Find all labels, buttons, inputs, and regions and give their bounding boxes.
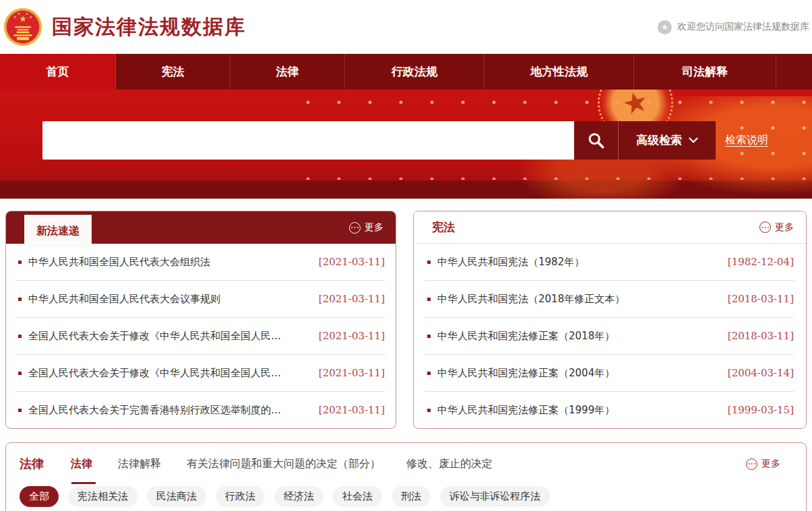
more-label: 更多 — [775, 222, 794, 234]
constitution-panel: 宪法 ⋯ 更多 中华人民共和国宪法（1982年） [1982-12-04] 中华… — [413, 211, 807, 429]
bullet-icon — [427, 298, 431, 301]
law-filters: 全部 宪法相关法 民法商法 行政法 经济法 社会法 刑法 诉讼与非诉讼程序法 — [6, 485, 806, 507]
filter-chip-constitution-related[interactable]: 宪法相关法 — [68, 486, 137, 507]
law-panel: 法律 法律 法律解释 有关法律问题和重大问题的决定（部分） 修改、废止的决定 ⋯… — [5, 442, 807, 511]
law-title-link[interactable]: 中华人民共和国宪法修正案（2018年） — [437, 330, 720, 343]
law-date: [2021-03-11] — [319, 256, 385, 268]
list-item[interactable]: 中华人民共和国宪法修正案（2018年） [2018-03-11] — [426, 318, 794, 355]
search-input[interactable] — [42, 121, 574, 160]
law-title-link[interactable]: 全国人民代表大会关于修改《中华人民共和国全国人民… — [28, 367, 311, 380]
list-item[interactable]: 中华人民共和国宪法（2018年修正文本） [2018-03-11] — [426, 281, 794, 318]
law-title-link[interactable]: 全国人民代表大会关于修改《中华人民共和国全国人民… — [28, 330, 311, 343]
list-item[interactable]: 中华人民共和国宪法修正案（1999年） [1999-03-15] — [426, 392, 794, 429]
list-item[interactable]: 中华人民共和国宪法修正案（2004年） [2004-03-14] — [426, 355, 794, 392]
law-title-link[interactable]: 中华人民共和国全国人民代表大会组织法 — [28, 256, 311, 269]
law-title-link[interactable]: 中华人民共和国宪法（1982年） — [437, 256, 720, 269]
tab-law-interpretations[interactable]: 法律解释 — [118, 443, 161, 485]
welcome-area: ★ 欢迎您访问国家法律法规数据库 — [658, 20, 812, 34]
law-date: [2004-03-14] — [728, 367, 794, 379]
law-title-link[interactable]: 中华人民共和国宪法（2018年修正文本） — [437, 293, 720, 306]
law-tabs: 法律 法律解释 有关法律问题和重大问题的决定（部分） 修改、废止的决定 — [71, 443, 493, 485]
filter-chip-social[interactable]: 社会法 — [333, 486, 382, 507]
welcome-message: 欢迎您访问国家法律法规数据库 — [677, 21, 809, 33]
law-date: [2021-03-11] — [319, 367, 385, 379]
star-icon: ★ — [658, 20, 672, 34]
filter-chip-administrative[interactable]: 行政法 — [216, 486, 265, 507]
bullet-icon — [18, 372, 22, 375]
filter-chip-all[interactable]: 全部 — [20, 486, 59, 507]
filter-chip-procedural[interactable]: 诉讼与非诉讼程序法 — [440, 486, 550, 507]
search-help-link[interactable]: 检索说明 — [725, 133, 768, 147]
bullet-icon — [427, 261, 431, 264]
tab-laws[interactable]: 法律 — [71, 443, 92, 485]
law-panel-header: 法律 法律 法律解释 有关法律问题和重大问题的决定（部分） 修改、废止的决定 ⋯… — [6, 443, 806, 485]
law-panel-title: 法律 — [20, 456, 44, 472]
list-item[interactable]: 全国人民代表大会关于修改《中华人民共和国全国人民… [2021-03-11] — [17, 318, 385, 355]
star-icon: ★ — [620, 90, 652, 120]
nav-item-laws[interactable]: 法律 — [230, 54, 345, 90]
more-icon: ⋯ — [349, 222, 361, 234]
constitution-list: 中华人民共和国宪法（1982年） [1982-12-04] 中华人民共和国宪法（… — [414, 244, 806, 429]
hero-banner: ★ 高级检索 检索说明 — [0, 90, 812, 199]
law-title-link[interactable]: 中华人民共和国全国人民代表大会议事规则 — [28, 293, 311, 306]
law-date: [2021-03-11] — [319, 330, 385, 342]
law-title-link[interactable]: 中华人民共和国宪法修正案（1999年） — [437, 404, 720, 417]
law-date: [2018-03-11] — [728, 293, 794, 305]
nav-item-home[interactable]: 首页 — [0, 54, 116, 90]
tab-law-decisions[interactable]: 有关法律问题和重大问题的决定（部分） — [187, 443, 381, 485]
constitution-panel-title: 宪法 — [432, 219, 455, 235]
chevron-down-icon — [689, 137, 698, 143]
constitution-more-button[interactable]: ⋯ 更多 — [759, 222, 806, 234]
filter-chip-civil-commercial[interactable]: 民法商法 — [147, 486, 206, 507]
national-emblem-logo[interactable] — [3, 7, 42, 46]
advanced-search-label: 高级检索 — [636, 133, 682, 148]
bullet-icon — [427, 409, 431, 412]
more-icon: ⋯ — [746, 458, 757, 470]
search-icon — [587, 131, 605, 149]
nav-item-judicial-interp[interactable]: 司法解释 — [634, 54, 776, 90]
law-date: [2018-03-11] — [728, 330, 794, 342]
list-item[interactable]: 中华人民共和国全国人民代表大会议事规则 [2021-03-11] — [17, 281, 385, 318]
law-title-link[interactable]: 中华人民共和国宪法修正案（2004年） — [437, 367, 720, 380]
law-more-button[interactable]: ⋯ 更多 — [746, 458, 792, 470]
new-laws-tab[interactable]: 新法速递 — [24, 215, 92, 247]
search-bar: 高级检索 检索说明 — [42, 121, 768, 160]
more-label: 更多 — [761, 458, 780, 470]
new-laws-list: 中华人民共和国全国人民代表大会组织法 [2021-03-11] 中华人民共和国全… — [6, 244, 396, 429]
advanced-search-button[interactable]: 高级检索 — [618, 121, 716, 160]
bullet-icon — [427, 372, 431, 375]
filter-chip-economic[interactable]: 经济法 — [274, 486, 323, 507]
law-date: [2021-03-11] — [319, 404, 385, 416]
list-item[interactable]: 中华人民共和国宪法（1982年） [1982-12-04] — [426, 244, 794, 281]
law-title-link[interactable]: 全国人民代表大会关于完善香港特别行政区选举制度的… — [28, 404, 311, 417]
bullet-icon — [18, 261, 22, 264]
list-item[interactable]: 中华人民共和国全国人民代表大会组织法 [2021-03-11] — [17, 244, 385, 281]
nav-item-local-regs[interactable]: 地方性法规 — [485, 54, 634, 90]
law-date: [1999-03-15] — [728, 404, 794, 416]
list-item[interactable]: 全国人民代表大会关于完善香港特别行政区选举制度的… [2021-03-11] — [17, 392, 385, 429]
bullet-icon — [427, 335, 431, 338]
search-button[interactable] — [574, 121, 618, 160]
site-header: 国家法律法规数据库 ★ 欢迎您访问国家法律法规数据库 — [0, 0, 812, 54]
bullet-icon — [18, 298, 22, 301]
new-laws-more-button[interactable]: ⋯ 更多 — [349, 222, 396, 234]
law-date: [1982-12-04] — [728, 256, 794, 268]
more-label: 更多 — [365, 222, 383, 234]
bullet-icon — [18, 335, 22, 338]
law-date: [2021-03-11] — [319, 293, 385, 305]
nav-item-constitution[interactable]: 宪法 — [116, 54, 230, 90]
more-icon: ⋯ — [759, 222, 771, 233]
panels-row: ⋯ 更多 新法速递 中华人民共和国全国人民代表大会组织法 [2021-03-11… — [5, 211, 807, 429]
nav-filler — [776, 54, 812, 90]
tab-amend-repeal-decisions[interactable]: 修改、废止的决定 — [406, 443, 493, 485]
nav-item-admin-regs[interactable]: 行政法规 — [345, 54, 485, 90]
constitution-panel-header: 宪法 ⋯ 更多 — [414, 211, 806, 244]
list-item[interactable]: 全国人民代表大会关于修改《中华人民共和国全国人民… [2021-03-11] — [17, 355, 385, 392]
bullet-icon — [18, 409, 22, 412]
page-title: 国家法律法规数据库 — [52, 13, 246, 41]
new-laws-panel: ⋯ 更多 新法速递 中华人民共和国全国人民代表大会组织法 [2021-03-11… — [5, 211, 396, 429]
filter-chip-criminal[interactable]: 刑法 — [392, 486, 431, 507]
main-nav: 首页 宪法 法律 行政法规 地方性法规 司法解释 — [0, 54, 812, 90]
